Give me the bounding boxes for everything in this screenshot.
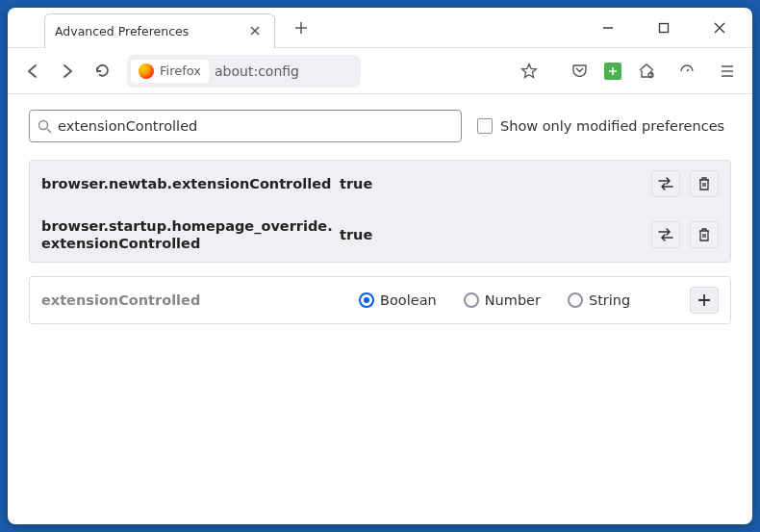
url-text: about:config xyxy=(215,63,357,79)
preference-row[interactable]: browser.newtab.extensionControlled true xyxy=(30,161,730,208)
overflow-icon[interactable] xyxy=(671,56,702,87)
delete-button[interactable] xyxy=(690,221,719,248)
preference-search-box[interactable] xyxy=(29,110,462,142)
radio-icon xyxy=(568,292,583,308)
preference-actions xyxy=(651,221,719,248)
search-icon xyxy=(38,119,52,134)
firefox-logo-icon xyxy=(139,63,154,79)
pocket-icon[interactable] xyxy=(564,56,595,87)
forward-button[interactable] xyxy=(52,56,83,87)
radio-label: Boolean xyxy=(380,292,437,308)
identity-label: Firefox xyxy=(160,63,201,78)
add-preference-row: extensionControlled Boolean Number Strin… xyxy=(30,277,730,323)
about-config-content: Show only modified preferences browser.n… xyxy=(8,94,752,340)
checkbox-icon[interactable] xyxy=(477,118,493,134)
toggle-button[interactable] xyxy=(651,170,680,197)
add-preference-container: extensionControlled Boolean Number Strin… xyxy=(29,276,731,324)
preference-results: browser.newtab.extensionControlled true … xyxy=(29,160,731,263)
close-tab-icon[interactable] xyxy=(245,23,265,38)
maximize-button[interactable] xyxy=(646,14,681,41)
svg-rect-0 xyxy=(660,23,669,32)
new-tab-button[interactable] xyxy=(287,17,316,38)
bookmark-star-icon[interactable] xyxy=(514,56,545,87)
svg-point-2 xyxy=(39,120,48,129)
extension-icon[interactable] xyxy=(604,63,621,80)
type-radio-number[interactable]: Number xyxy=(464,292,541,308)
radio-icon xyxy=(464,292,479,308)
back-button[interactable] xyxy=(17,56,48,87)
active-tab[interactable]: Advanced Preferences xyxy=(44,13,275,48)
preference-value: true xyxy=(340,227,397,242)
identity-chip[interactable]: Firefox xyxy=(131,60,209,83)
type-radio-string[interactable]: String xyxy=(568,292,630,308)
delete-button[interactable] xyxy=(690,170,719,197)
new-preference-name: extensionControlled xyxy=(41,292,340,308)
radio-label: Number xyxy=(485,292,541,308)
preference-name: browser.startup.homepage_override.extens… xyxy=(41,217,340,252)
add-button[interactable] xyxy=(690,287,719,314)
show-modified-label: Show only modified preferences xyxy=(500,118,724,134)
browser-window: Advanced Preferences xyxy=(8,8,752,524)
search-input[interactable] xyxy=(58,118,453,134)
nav-toolbar: Firefox about:config xyxy=(8,48,752,94)
type-radio-group: Boolean Number String xyxy=(359,292,630,308)
app-menu-icon[interactable] xyxy=(712,56,743,87)
title-bar: Advanced Preferences xyxy=(8,8,752,48)
toggle-button[interactable] xyxy=(651,221,680,248)
tab-title: Advanced Preferences xyxy=(55,24,189,38)
minimize-button[interactable] xyxy=(591,14,625,41)
search-row: Show only modified preferences xyxy=(29,110,731,142)
toolbar-right-icons xyxy=(564,56,743,87)
radio-icon xyxy=(359,292,374,308)
type-radio-boolean[interactable]: Boolean xyxy=(359,292,437,308)
preference-row[interactable]: browser.startup.homepage_override.extens… xyxy=(30,208,730,262)
reload-button[interactable] xyxy=(87,56,117,87)
window-controls xyxy=(591,14,745,41)
preference-name: browser.newtab.extensionControlled xyxy=(41,175,340,192)
close-window-button[interactable] xyxy=(702,14,737,41)
preference-value: true xyxy=(340,176,397,191)
account-icon[interactable] xyxy=(631,56,662,87)
radio-label: String xyxy=(589,292,630,308)
preference-actions xyxy=(651,170,719,197)
show-modified-toggle[interactable]: Show only modified preferences xyxy=(477,118,724,134)
address-bar[interactable]: Firefox about:config xyxy=(127,55,361,88)
